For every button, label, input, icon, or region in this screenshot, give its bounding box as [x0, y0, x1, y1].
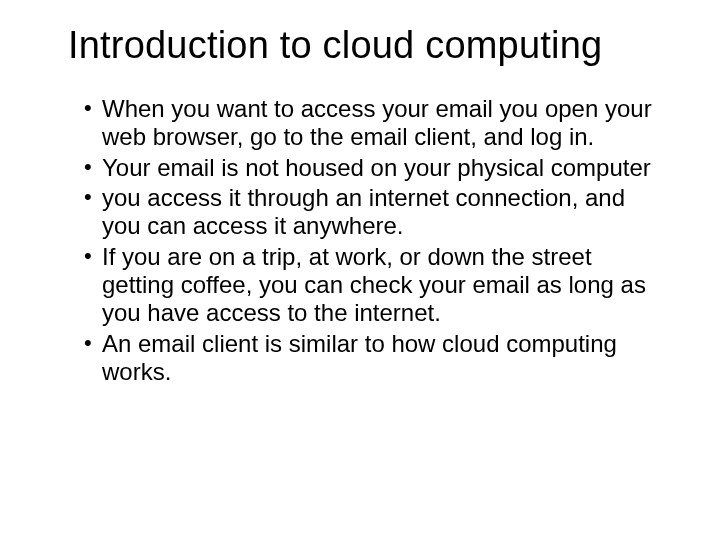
slide-title: Introduction to cloud computing — [68, 24, 672, 67]
list-item: Your email is not housed on your physica… — [84, 154, 652, 182]
list-item: When you want to access your email you o… — [84, 95, 652, 152]
list-item: An email client is similar to how cloud … — [84, 330, 652, 387]
bullet-list: When you want to access your email you o… — [48, 95, 672, 386]
list-item: If you are on a trip, at work, or down t… — [84, 243, 652, 328]
list-item: you access it through an internet connec… — [84, 184, 652, 241]
slide: Introduction to cloud computing When you… — [0, 0, 720, 540]
